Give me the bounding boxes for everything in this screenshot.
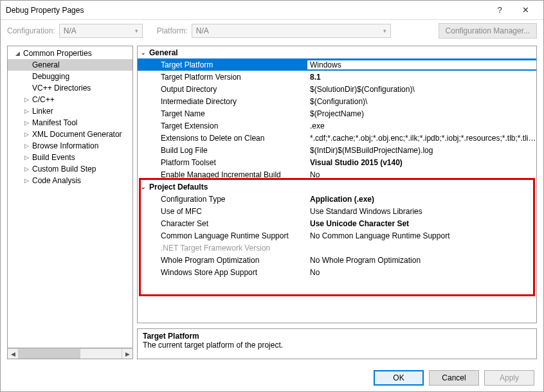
property-target-name[interactable]: Target Name$(ProjectName) bbox=[138, 107, 536, 120]
property-label: .NET Target Framework Version bbox=[149, 244, 307, 253]
cancel-button[interactable]: Cancel bbox=[429, 370, 479, 386]
tree-item-label: VC++ Directories bbox=[32, 84, 91, 93]
tree-item-label: Browse Information bbox=[32, 141, 98, 150]
expand-icon[interactable]: ▷ bbox=[24, 131, 32, 138]
property-value: $(IntDir)$(MSBuildProjectName).log bbox=[307, 146, 536, 155]
tree-item-label: Build Events bbox=[32, 153, 75, 162]
property-platform-toolset[interactable]: Platform ToolsetVisual Studio 2015 (v140… bbox=[138, 156, 536, 168]
property-value: $(SolutionDir)$(Configuration)\ bbox=[307, 85, 536, 94]
property-target-platform-version[interactable]: Target Platform Version8.1 bbox=[138, 71, 536, 83]
category-label: General bbox=[149, 48, 178, 57]
tree-item-custom-build-step[interactable]: ▷Custom Build Step bbox=[8, 163, 132, 175]
property-label: Windows Store App Support bbox=[149, 268, 307, 277]
property-label: Target Name bbox=[149, 109, 307, 118]
property-label: Build Log File bbox=[149, 146, 307, 155]
description-title: Target Platform bbox=[143, 332, 531, 341]
scroll-track[interactable] bbox=[19, 349, 122, 359]
tree-item-label: Debugging bbox=[32, 72, 69, 81]
tree-root-label: Common Properties bbox=[23, 49, 92, 58]
tree-item-c-c-[interactable]: ▷C/C++ bbox=[8, 94, 132, 105]
tree-item-build-events[interactable]: ▷Build Events bbox=[8, 152, 132, 163]
tree-hscrollbar[interactable]: ◀ ▶ bbox=[7, 348, 133, 359]
tree-item-general[interactable]: General bbox=[8, 59, 132, 71]
property-value: Windows bbox=[307, 60, 536, 69]
expand-icon[interactable]: ▷ bbox=[24, 96, 32, 103]
tree-item-label: XML Document Generator bbox=[32, 130, 122, 139]
property-whole-program-optimization[interactable]: Whole Program OptimizationNo Whole Progr… bbox=[138, 254, 536, 266]
tree-item-label: Linker bbox=[32, 107, 53, 116]
window-title: Debug Property Pages bbox=[6, 6, 487, 15]
configuration-combo[interactable]: N/A bbox=[59, 24, 143, 38]
property-enable-managed-incremental-build[interactable]: Enable Managed Incremental BuildNo bbox=[138, 168, 536, 181]
body: ◢ Common Properties GeneralDebuggingVC++… bbox=[1, 42, 543, 364]
property-label: Extensions to Delete on Clean bbox=[149, 134, 307, 143]
property-grid[interactable]: ⌄GeneralTarget PlatformWindowsTarget Pla… bbox=[137, 46, 537, 323]
expand-icon[interactable]: ▷ bbox=[24, 154, 32, 161]
property-label: Target Platform Version bbox=[149, 73, 307, 82]
property-value: $(Configuration)\ bbox=[307, 97, 536, 106]
expand-icon[interactable]: ▷ bbox=[24, 143, 32, 149]
expand-icon[interactable]: ▷ bbox=[24, 166, 32, 172]
tree-item-xml-document-generator[interactable]: ▷XML Document Generator bbox=[8, 129, 132, 140]
scroll-left-icon[interactable]: ◀ bbox=[8, 349, 19, 359]
property-output-directory[interactable]: Output Directory$(SolutionDir)$(Configur… bbox=[138, 83, 536, 95]
property-value: No bbox=[307, 170, 536, 179]
property-value: Application (.exe) bbox=[307, 195, 536, 204]
property-label: Whole Program Optimization bbox=[149, 256, 307, 265]
property-value: Use Standard Windows Libraries bbox=[307, 207, 536, 216]
tree-item-browse-information[interactable]: ▷Browse Information bbox=[8, 140, 132, 152]
expand-icon[interactable]: ▷ bbox=[24, 108, 32, 114]
category-general[interactable]: ⌄General bbox=[138, 46, 536, 58]
tree-item-manifest-tool[interactable]: ▷Manifest Tool bbox=[8, 117, 132, 129]
configuration-manager-button[interactable]: Configuration Manager... bbox=[439, 23, 537, 39]
collapse-icon[interactable]: ⌄ bbox=[138, 49, 149, 56]
expand-icon[interactable]: ▷ bbox=[24, 177, 32, 184]
tree-item-linker[interactable]: ▷Linker bbox=[8, 105, 132, 117]
property-common-language-runtime-support[interactable]: Common Language Runtime SupportNo Common… bbox=[138, 229, 536, 242]
property-value: *.cdf;*.cache;*.obj;*.obj.enc;*.ilk;*.ip… bbox=[307, 134, 536, 143]
scroll-right-icon[interactable]: ▶ bbox=[122, 349, 132, 359]
ok-button[interactable]: OK bbox=[374, 370, 424, 386]
tree-item-debugging[interactable]: Debugging bbox=[8, 71, 132, 82]
property-windows-store-app-support[interactable]: Windows Store App SupportNo bbox=[138, 266, 536, 278]
category-project-defaults[interactable]: ⌄Project Defaults bbox=[138, 181, 536, 193]
help-icon[interactable]: ? bbox=[487, 5, 512, 15]
tree-item-code-analysis[interactable]: ▷Code Analysis bbox=[8, 175, 132, 186]
property-character-set[interactable]: Character SetUse Unicode Character Set bbox=[138, 217, 536, 229]
scroll-thumb[interactable] bbox=[19, 349, 80, 359]
property-value: Use Unicode Character Set bbox=[307, 219, 536, 228]
property-label: Use of MFC bbox=[149, 207, 307, 216]
property-label: Target Extension bbox=[149, 121, 307, 130]
property-extensions-to-delete-on-clean[interactable]: Extensions to Delete on Clean*.cdf;*.cac… bbox=[138, 132, 536, 144]
property-target-platform[interactable]: Target PlatformWindows bbox=[138, 58, 536, 71]
property--net-target-framework-version[interactable]: .NET Target Framework Version bbox=[138, 242, 536, 254]
property-use-of-mfc[interactable]: Use of MFCUse Standard Windows Libraries bbox=[138, 205, 536, 217]
platform-label: Platform: bbox=[157, 26, 188, 35]
category-label: Project Defaults bbox=[149, 183, 208, 192]
platform-combo[interactable]: N/A bbox=[192, 24, 391, 38]
collapse-icon[interactable]: ⌄ bbox=[138, 184, 149, 190]
property-target-extension[interactable]: Target Extension.exe bbox=[138, 120, 536, 132]
property-value: No Common Language Runtime Support bbox=[307, 231, 536, 240]
expand-icon[interactable]: ▷ bbox=[24, 120, 32, 126]
property-configuration-type[interactable]: Configuration TypeApplication (.exe) bbox=[138, 193, 536, 205]
close-icon[interactable]: ✕ bbox=[512, 5, 538, 15]
description-panel: Target Platform The current target platf… bbox=[137, 328, 537, 359]
tree-item-label: General bbox=[32, 60, 60, 69]
property-pages-dialog: Debug Property Pages ? ✕ Configuration: … bbox=[0, 0, 544, 392]
property-label: Platform Toolset bbox=[149, 158, 307, 167]
property-label: Enable Managed Incremental Build bbox=[149, 170, 307, 179]
category-tree[interactable]: ◢ Common Properties GeneralDebuggingVC++… bbox=[7, 46, 133, 348]
apply-button[interactable]: Apply bbox=[484, 370, 534, 386]
property-build-log-file[interactable]: Build Log File$(IntDir)$(MSBuildProjectN… bbox=[138, 144, 536, 156]
tree-item-vc-directories[interactable]: VC++ Directories bbox=[8, 82, 132, 94]
tree-item-label: Code Analysis bbox=[32, 176, 81, 185]
right-pane: ⌄GeneralTarget PlatformWindowsTarget Pla… bbox=[137, 46, 537, 359]
collapse-icon[interactable]: ◢ bbox=[15, 50, 23, 57]
tree-item-label: Custom Build Step bbox=[32, 165, 96, 174]
property-value: .exe bbox=[307, 121, 536, 130]
property-value: 8.1 bbox=[307, 73, 536, 82]
property-intermediate-directory[interactable]: Intermediate Directory$(Configuration)\ bbox=[138, 95, 536, 107]
tree-root-common-properties[interactable]: ◢ Common Properties bbox=[8, 48, 132, 59]
property-label: Character Set bbox=[149, 219, 307, 228]
